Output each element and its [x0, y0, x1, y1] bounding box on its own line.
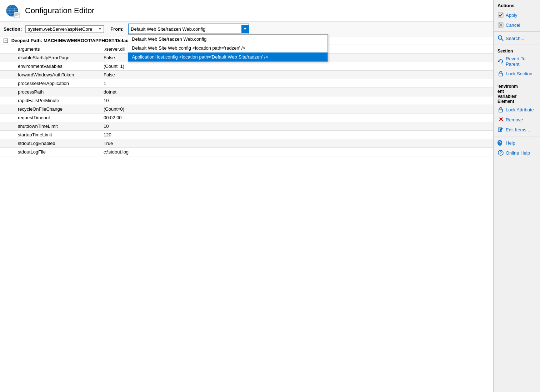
table-row[interactable]: rapidFailsPerMinute10	[0, 96, 493, 105]
table-row[interactable]: processPathdotnet	[0, 88, 493, 96]
cancel-label: Cancel	[506, 22, 520, 28]
table-row[interactable]: startupTimeLimit120	[0, 131, 493, 139]
revert-button[interactable]: Revert To Parent	[494, 54, 540, 69]
help-icon: ?	[498, 140, 504, 146]
section-dropdown[interactable]: system.webServer/aspNetCore	[25, 25, 104, 33]
edit-items-button[interactable]: Edit Items...	[494, 125, 540, 135]
element-title: 'environmentVariables'Element	[494, 82, 540, 105]
svg-point-13	[498, 36, 502, 39]
row-value: False	[100, 71, 493, 79]
section-label: Section:	[4, 26, 22, 32]
apply-button[interactable]: Apply	[494, 10, 540, 20]
lock-section-icon	[498, 70, 504, 77]
search-button[interactable]: Search...	[494, 33, 540, 43]
row-name: environmentVariables	[0, 62, 100, 71]
help-label: Help	[506, 140, 515, 146]
actions-title: Actions	[494, 0, 540, 10]
row-name: processPath	[0, 88, 100, 96]
table-row[interactable]: environmentVariables(Count=1)	[0, 62, 493, 71]
section-subtitle: Section	[494, 46, 540, 54]
row-name: forwardWindowsAuthToken	[0, 71, 100, 79]
cancel-button[interactable]: Cancel	[494, 20, 540, 30]
actions-panel: Actions Apply Cancel	[494, 0, 540, 392]
help-button[interactable]: ? Help	[494, 138, 540, 148]
toolbar: Section: system.webServer/aspNetCore Fro…	[0, 22, 493, 36]
main-container: Configuration Editor Section: system.web…	[0, 0, 540, 392]
row-value: 1	[100, 79, 493, 88]
dropdown-option-1[interactable]: Default Web Site/radzen Web.config	[128, 35, 328, 44]
row-value: 10	[100, 96, 493, 105]
revert-label: Revert To Parent	[506, 56, 536, 67]
lock-section-label: Lock Section	[506, 71, 532, 76]
divider-4	[494, 136, 540, 136]
svg-line-14	[501, 39, 503, 41]
table-row[interactable]: stdoutLogEnabledTrue	[0, 139, 493, 148]
row-name: stdoutLogFile	[0, 148, 100, 156]
remove-icon: ✕	[498, 116, 504, 123]
online-help-icon: ?	[498, 150, 504, 156]
row-name: startupTimeLimit	[0, 131, 100, 139]
lock-section-button[interactable]: Lock Section	[494, 69, 540, 79]
row-value: 00:02:00	[100, 114, 493, 122]
lock-element-button[interactable]: Lock Attribute	[494, 105, 540, 115]
from-dropdown-container: Default Web Site/radzen Web.config Defau…	[128, 24, 249, 34]
edit-items-label: Edit Items...	[506, 127, 530, 132]
dropdown-option-2[interactable]: Default Web Site Web.config <location pa…	[128, 44, 328, 52]
table-section: − Deepest Path: MACHINE/WEBROOT/APPHOST/…	[0, 36, 493, 392]
row-value: True	[100, 139, 493, 148]
svg-rect-17	[499, 109, 502, 112]
from-label: From:	[110, 26, 124, 32]
search-label: Search...	[506, 36, 524, 41]
header: Configuration Editor	[0, 0, 493, 22]
from-dropdown-arrow-icon[interactable]	[241, 25, 249, 33]
row-value: 120	[100, 131, 493, 139]
dropdown-option-3[interactable]: ApplicationHost.config <location path='D…	[128, 52, 328, 61]
table-row[interactable]: stdoutLogFilec:\stdout.log	[0, 148, 493, 156]
row-value: dotnet	[100, 88, 493, 96]
edit-items-icon	[498, 126, 504, 133]
from-dropdown-chevron-icon	[244, 28, 246, 30]
svg-text:?: ?	[500, 151, 502, 155]
row-name: arguments	[0, 45, 100, 54]
row-value: (Count=0)	[100, 105, 493, 114]
table-row[interactable]: processesPerApplication1	[0, 79, 493, 88]
revert-icon	[498, 58, 504, 65]
table-row[interactable]: forwardWindowsAuthTokenFalse	[0, 71, 493, 79]
row-name: recycleOnFileChange	[0, 105, 100, 114]
lock-element-icon	[498, 106, 504, 113]
online-help-label: Online Help	[506, 150, 530, 156]
configuration-editor-icon	[6, 4, 20, 18]
table-row[interactable]: shutdownTimeLimit10	[0, 122, 493, 131]
apply-icon	[498, 12, 504, 18]
remove-button[interactable]: ✕ Remove	[494, 115, 540, 125]
section-dropdown-arrow-icon	[99, 28, 101, 30]
from-dropdown-popup: Default Web Site/radzen Web.config Defau…	[128, 34, 328, 62]
row-name: processesPerApplication	[0, 79, 100, 88]
row-name: stdoutLogEnabled	[0, 139, 100, 148]
row-name: disableStartUpErrorPage	[0, 54, 100, 62]
row-name: requestTimeout	[0, 114, 100, 122]
svg-rect-5	[14, 12, 19, 18]
content-area: Configuration Editor Section: system.web…	[0, 0, 494, 392]
row-name: shutdownTimeLimit	[0, 122, 100, 131]
divider-3	[494, 80, 540, 80]
from-dropdown[interactable]: Default Web Site/radzen Web.config	[128, 24, 249, 34]
svg-rect-16	[499, 73, 502, 76]
remove-label: Remove	[506, 117, 523, 122]
expand-icon[interactable]: −	[4, 39, 8, 43]
table-row[interactable]: recycleOnFileChange(Count=0)	[0, 105, 493, 114]
apply-label: Apply	[506, 12, 518, 18]
cancel-icon	[498, 22, 504, 28]
row-name: rapidFailsPerMinute	[0, 96, 100, 105]
row-value: (Count=1)	[100, 62, 493, 71]
row-value: c:\stdout.log	[100, 148, 493, 156]
search-icon	[498, 35, 504, 41]
lock-element-label: Lock Attribute	[506, 107, 534, 112]
table-row[interactable]: requestTimeout00:02:00	[0, 114, 493, 122]
online-help-button[interactable]: ? Online Help	[494, 148, 540, 158]
page-title: Configuration Editor	[25, 6, 94, 15]
row-value: 10	[100, 122, 493, 131]
divider-1	[494, 31, 540, 32]
from-value: Default Web Site/radzen Web.config	[131, 26, 239, 32]
section-value: system.webServer/aspNetCore	[28, 26, 96, 32]
